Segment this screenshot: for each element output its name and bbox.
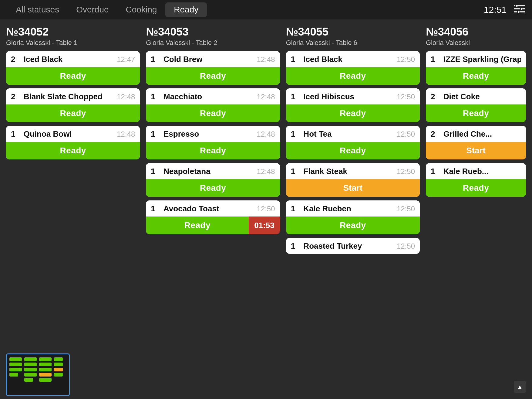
item-name: 2 Blank Slate Chopped	[11, 92, 103, 101]
item-action: Ready	[6, 142, 140, 159]
item-name: 1 Roasted Turkey	[291, 241, 362, 251]
mini-bar	[24, 378, 33, 382]
start-button[interactable]: Start	[426, 142, 526, 159]
ready-button[interactable]: Ready	[146, 179, 280, 197]
ready-button[interactable]: Ready	[6, 142, 140, 159]
ready-button[interactable]: Ready	[146, 104, 280, 122]
order-header-34055: №34055 Gloria Valesski - Table 6	[286, 26, 420, 47]
tab-ready[interactable]: Ready	[165, 2, 207, 17]
ready-button[interactable]: Ready	[286, 67, 420, 85]
order-header-34056: №34056 Gloria Valesski	[426, 26, 526, 47]
item-name: 1 Espresso	[151, 129, 199, 139]
mini-col	[9, 357, 22, 392]
ready-button[interactable]: Ready	[146, 142, 280, 159]
ready-button[interactable]: Ready	[286, 104, 420, 122]
mini-col	[24, 357, 37, 392]
item-action: Ready	[426, 179, 526, 197]
order-meta: Gloria Valesski - Table 6	[286, 39, 420, 47]
item-action: Ready	[286, 104, 420, 122]
item-header: 1 Avocado Toast 12:50	[146, 200, 280, 217]
item-time: 12:47	[117, 55, 135, 64]
ready-button[interactable]: Ready	[146, 67, 280, 85]
ready-button[interactable]: Ready	[286, 142, 420, 159]
tab-cooking[interactable]: Cooking	[117, 2, 166, 17]
item-card: 1 Flank Steak 12:50 Start	[286, 163, 420, 197]
item-time: 12:50	[397, 205, 415, 213]
ready-button[interactable]: Ready	[6, 104, 140, 122]
order-header-34053: №34053 Gloria Valesski - Table 2	[146, 26, 280, 47]
svg-point-1	[516, 5, 518, 7]
filter-icon[interactable]	[514, 4, 525, 15]
item-time: 12:48	[257, 55, 275, 64]
item-card: 2 Diet Coke Ready	[426, 88, 526, 122]
mini-bar	[9, 368, 22, 371]
item-name: 1 Neapoletana	[151, 167, 210, 176]
item-header: 1 IZZE Sparkling (Grapefruit)	[426, 51, 526, 67]
ready-button[interactable]: Ready	[426, 67, 526, 85]
mini-bar	[54, 363, 63, 366]
order-column-34056: №34056 Gloria Valesski 1 IZZE Sparkling …	[426, 26, 526, 350]
start-button[interactable]: Start	[286, 179, 420, 197]
item-header: 1 Roasted Turkey 12:50	[286, 238, 420, 254]
mini-bar	[24, 373, 37, 377]
mini-col	[54, 357, 66, 392]
ready-button[interactable]: Ready	[426, 179, 526, 197]
item-action: Ready	[146, 67, 280, 85]
item-action: Ready	[286, 217, 420, 234]
ready-button[interactable]: Ready	[286, 217, 420, 234]
item-card: 1 Avocado Toast 12:50 Ready 01:53	[146, 200, 280, 234]
item-time: 12:50	[257, 205, 275, 213]
item-card: 1 Kale Rueb... Ready	[426, 163, 526, 197]
item-cards-34055: 1 Iced Black 12:50 Ready 1 Iced Hibiscus…	[286, 51, 420, 254]
item-name: 2 Diet Coke	[431, 92, 480, 101]
item-action: Ready	[146, 179, 280, 197]
item-card: 1 Kale Rueben 12:50 Ready	[286, 200, 420, 234]
tab-all-statuses[interactable]: All statuses	[7, 2, 68, 17]
item-name: 1 Avocado Toast	[151, 204, 219, 213]
item-header: 1 Neapoletana 12:48	[146, 163, 280, 179]
item-name: 1 Flank Steak	[291, 167, 347, 176]
item-header: 2 Blank Slate Chopped 12:48	[6, 88, 140, 104]
item-card: 2 Grilled Che... Start	[426, 126, 526, 159]
mini-bar	[39, 378, 52, 382]
item-card: 2 Iced Black 12:47 Ready	[6, 51, 140, 85]
item-time: 12:50	[397, 130, 415, 138]
item-header: 1 Espresso 12:48	[146, 126, 280, 142]
item-time: 12:48	[257, 93, 275, 101]
minimap	[6, 353, 70, 396]
mini-col	[39, 357, 52, 392]
svg-point-3	[520, 8, 523, 10]
item-card: 1 Quinoa Bowl 12:48 Ready	[6, 126, 140, 159]
tab-overdue[interactable]: Overdue	[68, 2, 117, 17]
item-header: 1 Iced Black 12:50	[286, 51, 420, 67]
mini-bar	[54, 373, 63, 377]
order-number: №34055	[286, 26, 420, 38]
order-meta: Gloria Valesski	[426, 39, 526, 47]
item-action: Ready	[426, 67, 526, 85]
mini-bar	[9, 373, 18, 377]
item-name: 1 Cold Brew	[151, 55, 202, 64]
order-meta: Gloria Valesski - Table 1	[6, 39, 140, 47]
item-time: 12:50	[397, 167, 415, 176]
order-column-34053: №34053 Gloria Valesski - Table 2 1 Cold …	[146, 26, 280, 350]
item-name: 1 Kale Rueben	[291, 204, 351, 213]
order-number: №34056	[426, 26, 526, 38]
item-name: 1 Macchiato	[151, 92, 202, 101]
item-name: 1 Kale Rueb...	[431, 167, 489, 176]
item-time: 12:48	[117, 93, 135, 101]
ready-button[interactable]: Ready	[426, 104, 526, 122]
item-card: 1 Neapoletana 12:48 Ready	[146, 163, 280, 197]
ready-button[interactable]: Ready	[146, 217, 249, 234]
timer-button[interactable]: 01:53	[249, 217, 280, 234]
item-action: Ready	[286, 142, 420, 159]
mini-bar-orange	[39, 373, 52, 377]
ready-button[interactable]: Ready	[6, 67, 140, 85]
item-action: Ready 01:53	[146, 217, 280, 234]
scroll-up-button[interactable]: ▲	[514, 381, 526, 393]
item-card: 1 Hot Tea 12:50 Ready	[286, 126, 420, 159]
item-header: 1 Macchiato 12:48	[146, 88, 280, 104]
item-card: 1 Roasted Turkey 12:50	[286, 238, 420, 254]
item-time: 12:50	[397, 93, 415, 101]
item-time: 12:48	[257, 130, 275, 138]
order-header-34052: №34052 Gloria Valesski - Table 1	[6, 26, 140, 47]
